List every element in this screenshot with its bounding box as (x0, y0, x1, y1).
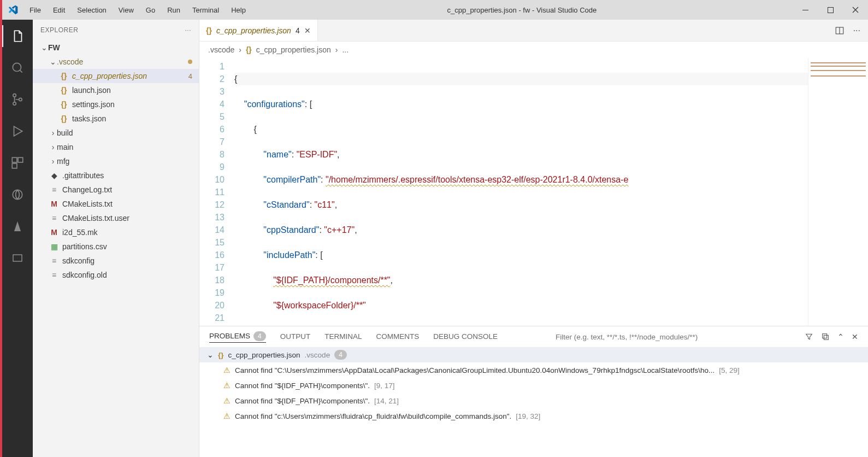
activity-atlassian-icon[interactable] (2, 215, 33, 237)
close-panel-icon[interactable]: ✕ (852, 332, 858, 341)
warning-icon: ⚠ (223, 381, 231, 390)
chevron-up-icon[interactable]: ⌃ (837, 332, 844, 341)
activity-explorer-icon[interactable] (2, 25, 33, 47)
breadcrumb[interactable]: .vscode › {} c_cpp_properties.json › ... (199, 42, 868, 58)
tree-file-settings[interactable]: {}settings.json (33, 97, 199, 112)
menu-run[interactable]: Run (162, 4, 186, 16)
tree-file-sdkconfigold[interactable]: ≡sdkconfig.old (33, 268, 199, 282)
group-folder: .vscode (305, 351, 330, 359)
menu-go[interactable]: Go (140, 4, 161, 16)
chevron-right-icon: › (49, 143, 57, 151)
svg-rect-1 (828, 7, 833, 13)
activity-remote-icon[interactable] (2, 184, 33, 206)
tree-file-cmake[interactable]: MCMakeLists.txt (33, 197, 199, 211)
panel-tab-debug[interactable]: DEBUG CONSOLE (433, 332, 498, 342)
tree-file-launch[interactable]: {}launch.json (33, 83, 199, 97)
chevron-down-icon: ⌄ (207, 350, 214, 359)
problems-count-badge: 4 (253, 331, 266, 341)
tree-file-partitions[interactable]: ▦partitions.csv (33, 239, 199, 254)
tree-file-cmakeuser[interactable]: ≡CMakeLists.txt.user (33, 211, 199, 225)
breadcrumb-symbol[interactable]: ... (342, 45, 349, 54)
problems-group[interactable]: ⌄ {} c_cpp_properties.json .vscode 4 (199, 347, 868, 362)
chevron-right-icon: › (49, 157, 57, 166)
tree-file-tasks[interactable]: {}tasks.json (33, 112, 199, 126)
collapse-all-icon[interactable] (821, 332, 830, 341)
csv-icon: ▦ (49, 242, 59, 251)
vscode-logo-icon (2, 4, 24, 15)
json-icon: {} (218, 351, 224, 359)
activity-search-icon[interactable] (2, 57, 33, 79)
tab-label: c_cpp_properties.json (216, 26, 291, 35)
chevron-down-icon: ⌄ (49, 57, 57, 66)
filter-icon[interactable] (805, 332, 813, 341)
tree-folder-main[interactable]: ›main (33, 140, 199, 154)
activity-misc-icon[interactable] (2, 247, 33, 269)
json-icon: {} (59, 86, 69, 95)
file-tree: ⌄FW ⌄.vscode {}c_cpp_properties.json4 {}… (33, 40, 199, 457)
explorer-more-icon[interactable]: ··· (185, 26, 191, 34)
close-tab-icon[interactable]: ✕ (304, 26, 311, 35)
svg-point-2 (13, 63, 21, 71)
editor-area: {} c_cpp_properties.json 4 ✕ ··· .vscode… (199, 20, 868, 457)
panel-tab-output[interactable]: OUTPUT (280, 332, 311, 342)
tree-folder-vscode[interactable]: ⌄.vscode (33, 55, 199, 69)
problems-filter-input[interactable] (556, 333, 785, 341)
problem-item[interactable]: ⚠Cannot find "c:\Users\mzimmers\fluidra\… (199, 408, 868, 424)
tree-file-ccpp[interactable]: {}c_cpp_properties.json4 (33, 69, 199, 83)
tab-ccpp[interactable]: {} c_cpp_properties.json 4 ✕ (199, 20, 318, 41)
tree-file-gitattr[interactable]: ◆.gitattributes (33, 168, 199, 183)
chevron-right-icon: › (49, 128, 57, 137)
minimize-button[interactable] (793, 0, 818, 20)
svg-rect-7 (18, 157, 23, 162)
problem-item[interactable]: ⚠Cannot find "${IDF_PATH}\components\".[… (199, 378, 868, 393)
svg-rect-11 (823, 334, 827, 338)
panel-tab-terminal[interactable]: TERMINAL (324, 332, 362, 342)
tree-file-sdkconfig[interactable]: ≡sdkconfig (33, 254, 199, 268)
activity-source-control-icon[interactable] (2, 89, 33, 110)
tree-folder-mfg[interactable]: ›mfg (33, 154, 199, 168)
svg-rect-12 (824, 335, 828, 339)
code-content[interactable]: { "configurations": [ { "name": "ESP-IDF… (234, 58, 808, 326)
menu-help[interactable]: Help (226, 4, 251, 16)
maximize-button[interactable] (818, 0, 843, 20)
text-file-icon: ≡ (49, 256, 59, 265)
text-file-icon: ≡ (49, 271, 59, 279)
tree-root[interactable]: ⌄FW (33, 40, 199, 55)
menu-selection[interactable]: Selection (72, 4, 111, 16)
menu-edit[interactable]: Edit (48, 4, 70, 16)
tree-file-i2d[interactable]: Mi2d_55.mk (33, 225, 199, 239)
code-editor[interactable]: 123456789101112131415161718192021 { "con… (199, 58, 868, 326)
chevron-right-icon: › (335, 45, 338, 54)
close-button[interactable] (843, 0, 868, 20)
activity-extensions-icon[interactable] (2, 152, 33, 174)
warning-icon: ⚠ (223, 396, 231, 405)
group-file: c_cpp_properties.json (228, 351, 300, 359)
tree-folder-build[interactable]: ›build (33, 126, 199, 140)
breadcrumb-file[interactable]: c_cpp_properties.json (256, 45, 331, 54)
json-icon: {} (246, 45, 252, 54)
breadcrumb-folder[interactable]: .vscode (208, 45, 234, 54)
menu-terminal[interactable]: Terminal (187, 4, 225, 16)
minimap[interactable] (808, 58, 868, 326)
svg-rect-6 (12, 157, 17, 162)
makefile-icon: M (49, 228, 59, 237)
menu-view[interactable]: View (113, 4, 139, 16)
split-editor-icon[interactable] (835, 26, 845, 36)
line-gutter: 123456789101112131415161718192021 (199, 58, 234, 326)
json-icon: {} (59, 100, 69, 109)
text-file-icon: ≡ (49, 214, 59, 222)
editor-more-icon[interactable]: ··· (853, 26, 860, 36)
panel-tab-comments[interactable]: COMMENTS (376, 332, 419, 342)
tree-file-changelog[interactable]: ≡ChangeLog.txt (33, 183, 199, 197)
menu-file[interactable]: File (24, 4, 46, 16)
warning-icon: ⚠ (223, 366, 231, 374)
svg-rect-8 (12, 163, 17, 168)
tab-modified-count: 4 (296, 26, 300, 35)
svg-rect-9 (13, 255, 22, 261)
activity-run-debug-icon[interactable] (2, 120, 33, 142)
problem-item[interactable]: ⚠Cannot find "C:\Users\mzimmers\AppData\… (199, 362, 868, 378)
json-icon: {} (59, 72, 69, 80)
svg-point-3 (13, 94, 16, 97)
problem-item[interactable]: ⚠Cannot find "${IDF_PATH}\components\".[… (199, 393, 868, 408)
panel-tab-problems[interactable]: PROBLEMS4 (209, 331, 266, 343)
